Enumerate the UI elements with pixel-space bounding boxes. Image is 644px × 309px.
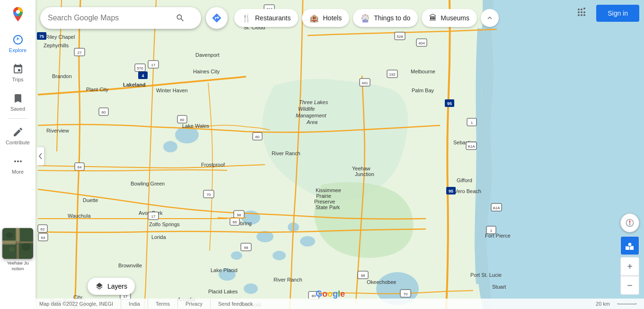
hotel-icon: 🏨 — [309, 14, 319, 23]
directions-button[interactable] — [206, 7, 228, 29]
svg-point-129 — [6, 232, 13, 238]
svg-text:Duette: Duette — [83, 197, 98, 203]
google-apps-button[interactable] — [576, 7, 587, 19]
sidebar-item-contribute[interactable]: Contribute — [0, 121, 35, 150]
search-input[interactable] — [48, 14, 171, 22]
svg-text:Three Lakes: Three Lakes — [299, 99, 328, 105]
sidebar-item-more[interactable]: More — [0, 150, 35, 179]
svg-text:17: 17 — [151, 63, 156, 67]
trips-icon — [11, 62, 25, 76]
svg-rect-133 — [2, 240, 16, 245]
svg-text:98: 98 — [361, 274, 365, 278]
svg-text:A1A: A1A — [493, 206, 500, 210]
map-container[interactable]: Lakeland Plant City Brandon Zephyrhills … — [0, 0, 644, 309]
bar-divider2 — [148, 299, 148, 309]
svg-text:70: 70 — [404, 292, 408, 296]
svg-text:Riverview: Riverview — [46, 128, 69, 133]
location-thumbnail[interactable] — [2, 228, 33, 259]
svg-text:Plant City: Plant City — [86, 87, 109, 92]
compass-icon — [11, 33, 25, 46]
sidebar-item-trips[interactable]: Trips — [0, 58, 35, 87]
privacy-link[interactable]: Privacy — [185, 301, 203, 307]
svg-point-7 — [273, 251, 286, 260]
svg-text:64: 64 — [78, 165, 82, 169]
bottom-attribution-bar: Map data ©2022 Google, INEGI India Terms… — [35, 299, 644, 309]
svg-text:Lake Wales: Lake Wales — [182, 123, 210, 129]
svg-text:Palm Bay: Palm Bay — [412, 88, 434, 93]
svg-text:Management: Management — [296, 113, 326, 118]
svg-text:Preserve: Preserve — [314, 199, 335, 204]
chip-restaurants[interactable]: 🍴 Restaurants — [234, 9, 298, 27]
google-maps-logo[interactable] — [9, 6, 26, 25]
svg-text:1: 1 — [471, 121, 473, 125]
svg-text:Wauchula: Wauchula — [68, 213, 91, 219]
search-box[interactable] — [40, 7, 201, 29]
svg-text:192: 192 — [389, 72, 396, 77]
zoom-out-button[interactable]: − — [620, 276, 639, 295]
sidebar-item-saved[interactable]: Saved — [0, 87, 35, 116]
svg-text:Gifford: Gifford — [457, 177, 472, 183]
more-dots-icon — [11, 155, 25, 168]
sidebar: Explore Trips Saved Contribute — [0, 0, 35, 309]
svg-text:Prairie: Prairie — [316, 193, 331, 199]
svg-point-125 — [16, 10, 20, 14]
search-button[interactable] — [176, 13, 185, 23]
location-name: Yeehaw Junction — [2, 260, 33, 271]
svg-text:Bowling Green: Bowling Green — [131, 181, 165, 186]
bookmark-icon — [11, 92, 25, 105]
svg-point-8 — [231, 251, 242, 260]
sidebar-contribute-label: Contribute — [6, 140, 30, 145]
bar-divider3 — [177, 299, 178, 309]
compass-button[interactable] — [620, 213, 639, 232]
svg-marker-134 — [629, 220, 630, 223]
top-bar: 🍴 Restaurants 🏨 Hotels 🎡 Things to do 🏛 … — [40, 5, 639, 31]
chip-hotels[interactable]: 🏨 Hotels — [302, 9, 349, 27]
museum-icon: 🏛 — [429, 14, 437, 22]
svg-text:Yeehaw: Yeehaw — [352, 166, 371, 171]
bar-divider4 — [210, 299, 211, 309]
zoom-controls: + − — [620, 257, 639, 295]
restaurant-icon: 🍴 — [242, 14, 251, 23]
svg-text:River Ranch: River Ranch — [272, 150, 300, 156]
svg-text:Stuart: Stuart — [492, 284, 506, 290]
location-thumbnail-container[interactable]: Yeehaw Junction — [2, 228, 33, 271]
chip-things-to-do[interactable]: 🎡 Things to do — [353, 9, 418, 27]
svg-text:Lake Placid: Lake Placid — [211, 267, 238, 273]
svg-text:62: 62 — [41, 227, 45, 231]
svg-text:State Park: State Park — [316, 204, 340, 210]
zoom-in-button[interactable]: + — [620, 257, 639, 276]
edit-icon — [11, 125, 25, 139]
sidebar-saved-label: Saved — [10, 106, 25, 112]
chip-museums[interactable]: 🏛 Museums — [422, 9, 477, 27]
map-controls: + − — [620, 213, 639, 295]
things-icon: 🎡 — [361, 14, 370, 23]
chip-things-label: Things to do — [374, 14, 410, 22]
svg-text:570: 570 — [137, 66, 143, 71]
send-feedback-link[interactable]: Send feedback — [218, 301, 253, 307]
svg-text:Frostproof: Frostproof — [201, 162, 225, 168]
svg-text:Davenport: Davenport — [195, 52, 220, 58]
collapse-sidebar-button[interactable] — [37, 147, 44, 166]
svg-text:Winter Haven: Winter Haven — [156, 88, 188, 93]
more-chips-button[interactable] — [481, 9, 499, 27]
svg-text:A1A: A1A — [468, 144, 475, 149]
sign-in-button[interactable]: Sign in — [596, 5, 639, 22]
street-view-button[interactable] — [620, 236, 639, 255]
svg-text:Kissimmee: Kissimmee — [316, 187, 341, 193]
svg-text:Placid Lakes: Placid Lakes — [208, 289, 238, 294]
svg-text:Brandon: Brandon — [52, 73, 72, 79]
svg-text:75: 75 — [39, 34, 44, 39]
svg-text:70: 70 — [207, 193, 211, 197]
svg-text:441: 441 — [362, 81, 368, 85]
svg-marker-135 — [629, 223, 630, 226]
terms-link[interactable]: Terms — [156, 301, 170, 307]
svg-text:404: 404 — [418, 41, 425, 45]
filter-chips: 🍴 Restaurants 🏨 Hotels 🎡 Things to do 🏛 … — [234, 9, 499, 27]
svg-text:Port St. Lucie: Port St. Lucie — [470, 272, 502, 278]
india-link[interactable]: India — [129, 301, 140, 307]
layers-button[interactable]: Layers — [88, 278, 135, 295]
sidebar-item-explore[interactable]: Explore — [0, 28, 35, 58]
svg-text:17: 17 — [124, 294, 128, 299]
svg-text:Area: Area — [306, 119, 318, 125]
svg-text:Wildlife: Wildlife — [298, 106, 315, 112]
